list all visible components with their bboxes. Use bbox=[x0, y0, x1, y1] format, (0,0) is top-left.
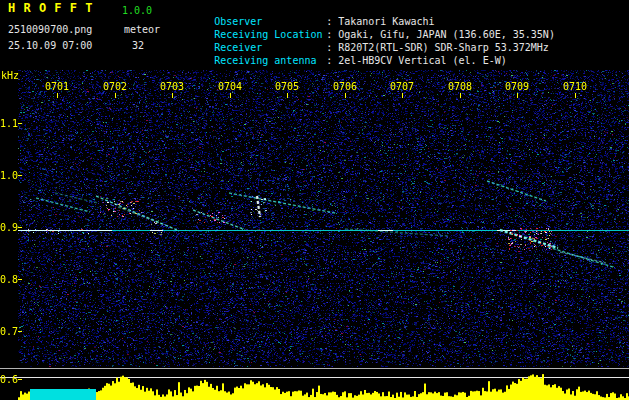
y-tick-0-7: 0.7 bbox=[0, 326, 16, 337]
y-tick-0-8: 0.8 bbox=[0, 274, 16, 285]
x-tick-0704: 0704 bbox=[218, 81, 242, 92]
y-tick-0-6: 0.6 bbox=[0, 374, 16, 385]
mode-label: meteor bbox=[124, 24, 160, 35]
timestamp: 25.10.09 07:00 bbox=[8, 40, 92, 51]
x-tick-0701: 0701 bbox=[45, 81, 69, 92]
y-tick-0-9: 0.9 bbox=[0, 222, 16, 233]
x-tick-0709: 0709 bbox=[505, 81, 529, 92]
count-value: 32 bbox=[132, 40, 144, 51]
output-filename: 2510090700.png bbox=[8, 24, 92, 35]
info-value-antenna: : 2el-HB9CV Vertical (el. E-W) bbox=[326, 55, 507, 66]
x-tick-0710: 0710 bbox=[563, 81, 587, 92]
x-tick-0705: 0705 bbox=[275, 81, 299, 92]
spectrogram-canvas bbox=[0, 70, 629, 400]
x-tick-0708: 0708 bbox=[448, 81, 472, 92]
x-tick-0703: 0703 bbox=[160, 81, 184, 92]
app-title: H R O F F T bbox=[8, 3, 93, 14]
y-tick-1-0: 1.0 bbox=[0, 170, 16, 181]
hrofft-window: H R O F F T 1.0.0 2510090700.png meteor … bbox=[0, 0, 629, 400]
x-tick-0702: 0702 bbox=[103, 81, 127, 92]
y-tick-1-1: 1.1 bbox=[0, 118, 16, 129]
x-tick-0706: 0706 bbox=[333, 81, 357, 92]
app-version: 1.0.0 bbox=[122, 5, 152, 16]
x-tick-0707: 0707 bbox=[390, 81, 414, 92]
freq-unit-label: kHz bbox=[1, 70, 19, 81]
info-label-antenna: Receiving antenna bbox=[214, 55, 326, 66]
